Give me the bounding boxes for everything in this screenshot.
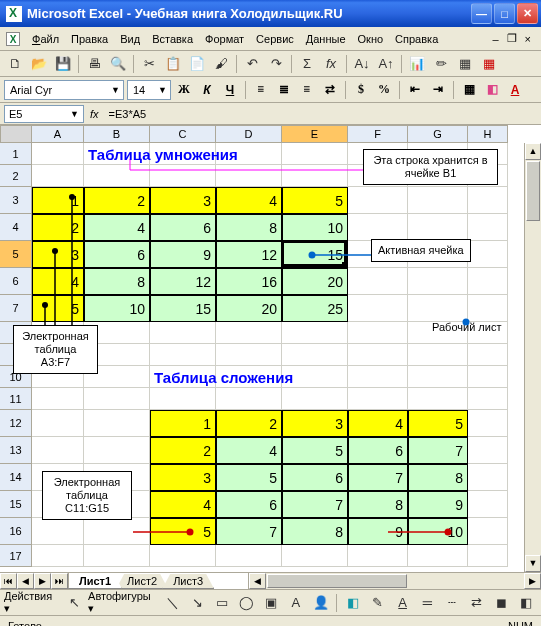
print-icon[interactable]: 🖶 — [83, 53, 105, 75]
cell[interactable] — [348, 545, 408, 567]
name-box[interactable]: E5▼ — [4, 105, 84, 123]
row-header-14[interactable]: 14 — [0, 464, 32, 491]
col-header-F[interactable]: F — [348, 125, 408, 143]
font-selector[interactable]: Arial Cyr▼ — [4, 80, 124, 100]
cell[interactable]: 7 — [408, 437, 468, 464]
cell[interactable] — [32, 437, 84, 464]
cell[interactable] — [348, 295, 408, 322]
col-header-A[interactable]: A — [32, 125, 84, 143]
tab-next-button[interactable]: ▶ — [34, 573, 51, 589]
cell[interactable] — [348, 268, 408, 295]
hscroll-thumb[interactable] — [267, 574, 407, 588]
cell[interactable] — [408, 214, 468, 241]
sort-asc-icon[interactable]: A↓ — [351, 53, 373, 75]
scroll-right-button[interactable]: ▶ — [524, 573, 541, 589]
new-icon[interactable]: 🗋 — [4, 53, 26, 75]
col-header-B[interactable]: B — [84, 125, 150, 143]
doc-close-button[interactable]: × — [521, 33, 535, 45]
cell[interactable]: 5 — [32, 295, 84, 322]
sheet-tab-1[interactable]: Лист1 — [68, 574, 122, 589]
cell[interactable] — [348, 344, 408, 366]
cell[interactable] — [84, 518, 150, 545]
cell[interactable]: 1 — [150, 410, 216, 437]
oval-icon[interactable]: ◯ — [236, 592, 258, 614]
cell[interactable] — [408, 366, 468, 388]
scroll-thumb[interactable] — [526, 161, 540, 221]
cell[interactable] — [84, 437, 150, 464]
percent-icon[interactable]: % — [374, 80, 394, 100]
redo-icon[interactable]: ↷ — [265, 53, 287, 75]
cell[interactable] — [468, 388, 508, 410]
cell[interactable] — [32, 545, 84, 567]
cell[interactable] — [468, 410, 508, 437]
dec-indent-icon[interactable]: ⇤ — [405, 80, 425, 100]
copy-icon[interactable]: 📋 — [162, 53, 184, 75]
cell[interactable]: 16 — [216, 268, 282, 295]
drawing-icon[interactable]: ✏ — [430, 53, 452, 75]
menu-view[interactable]: Вид — [114, 30, 146, 48]
col-header-H[interactable]: H — [468, 125, 508, 143]
cell[interactable] — [84, 410, 150, 437]
cell[interactable] — [348, 214, 408, 241]
cell[interactable]: 9 — [150, 241, 216, 268]
cell[interactable]: 4 — [348, 410, 408, 437]
menu-tools[interactable]: Сервис — [250, 30, 300, 48]
cell[interactable] — [408, 388, 468, 410]
cell[interactable]: 9 — [348, 518, 408, 545]
3d-icon[interactable]: ◧ — [515, 592, 537, 614]
horizontal-scrollbar[interactable]: ◀ ▶ — [249, 573, 541, 589]
cell[interactable] — [282, 344, 348, 366]
actions-menu[interactable]: Действия ▾ — [4, 590, 60, 615]
scroll-left-button[interactable]: ◀ — [249, 573, 266, 589]
cell[interactable] — [84, 545, 150, 567]
tab-first-button[interactable]: ⏮ — [0, 573, 17, 589]
row-header-16[interactable]: 16 — [0, 518, 32, 545]
cell[interactable]: 8 — [216, 214, 282, 241]
cell[interactable] — [150, 545, 216, 567]
cell[interactable] — [84, 165, 150, 187]
row-header-2[interactable]: 2 — [0, 165, 32, 187]
cell[interactable]: 8 — [84, 268, 150, 295]
cell[interactable]: Таблица умножения — [84, 143, 344, 165]
cell[interactable]: 25 — [282, 295, 348, 322]
cell[interactable] — [468, 437, 508, 464]
sheet-tab-2[interactable]: Лист2 — [116, 574, 168, 589]
cell[interactable] — [348, 322, 408, 344]
cell[interactable]: 9 — [408, 491, 468, 518]
cell[interactable]: 10 — [282, 214, 348, 241]
menu-window[interactable]: Окно — [352, 30, 390, 48]
cell[interactable] — [408, 545, 468, 567]
row-header-13[interactable]: 13 — [0, 437, 32, 464]
cell[interactable]: 5 — [216, 464, 282, 491]
select-all-corner[interactable] — [0, 125, 32, 143]
row-header-7[interactable]: 7 — [0, 295, 32, 322]
cell[interactable]: 8 — [408, 464, 468, 491]
row-header-12[interactable]: 12 — [0, 410, 32, 437]
cell[interactable] — [468, 344, 508, 366]
row-header-15[interactable]: 15 — [0, 491, 32, 518]
cell[interactable]: 6 — [282, 464, 348, 491]
scroll-down-button[interactable]: ▼ — [525, 555, 541, 572]
cell[interactable] — [216, 545, 282, 567]
cell[interactable]: 4 — [84, 214, 150, 241]
arrows-icon[interactable]: ⇄ — [466, 592, 488, 614]
row-header-17[interactable]: 17 — [0, 545, 32, 567]
cell[interactable] — [468, 464, 508, 491]
fill-icon[interactable]: ◧ — [342, 592, 364, 614]
cell[interactable] — [468, 187, 508, 214]
save-icon[interactable]: 💾 — [52, 53, 74, 75]
preview-icon[interactable]: 🔍 — [107, 53, 129, 75]
format-painter-icon[interactable]: 🖌 — [210, 53, 232, 75]
doc-restore-button[interactable]: ❐ — [503, 32, 521, 45]
borders-icon[interactable]: ▦ — [459, 80, 479, 100]
close-button[interactable]: ✕ — [517, 3, 538, 24]
align-right-icon[interactable]: ≡ — [297, 80, 317, 100]
grid-icon[interactable]: ▦ — [478, 53, 500, 75]
cell[interactable] — [468, 295, 508, 322]
cell[interactable]: 10 — [84, 295, 150, 322]
cell[interactable] — [408, 344, 468, 366]
chart-icon[interactable]: 📊 — [406, 53, 428, 75]
cell[interactable] — [468, 214, 508, 241]
cell[interactable]: 12 — [216, 241, 282, 268]
cell[interactable]: Таблица сложения — [150, 366, 410, 388]
